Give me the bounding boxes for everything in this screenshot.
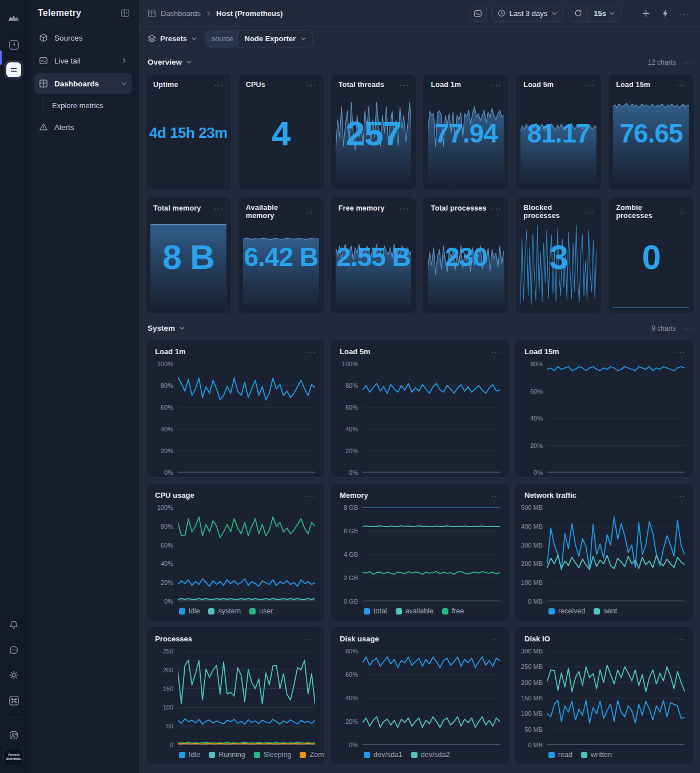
card-menu-button[interactable]: ··· [584, 208, 594, 216]
legend-swatch [581, 752, 587, 758]
collapse-sidebar-icon[interactable] [121, 9, 130, 18]
sidebar-title: Telemetry [38, 8, 81, 18]
add-chart-button[interactable] [638, 6, 653, 21]
y-tick-label: 50 [166, 723, 173, 730]
y-tick-label: 40% [345, 426, 358, 433]
app-logo[interactable] [4, 10, 23, 29]
overview-section: Overview 12 charts ··· Uptime···4d 15h 2… [145, 58, 694, 314]
chart-menu-button[interactable]: ··· [675, 635, 686, 643]
chart-plot [363, 651, 500, 745]
legend-swatch [209, 752, 215, 758]
sidebar-item-sources[interactable]: Sources [34, 27, 132, 48]
invite-user-icon[interactable] [4, 726, 23, 745]
sidebar-item-label: Live tail [54, 57, 115, 65]
y-tick-label: 80% [161, 382, 173, 389]
card-menu-button[interactable]: ··· [307, 208, 317, 216]
promo-badge[interactable]: Prevent downtime. [3, 748, 24, 766]
dashboard-grid-icon [39, 79, 49, 88]
legend-label: received [558, 607, 585, 615]
chart-menu-button[interactable]: ··· [491, 347, 501, 356]
sidebar-item-live-tail[interactable]: Live tail [34, 50, 132, 71]
card-menu-button[interactable]: ··· [399, 80, 409, 89]
y-tick-label: 2 GB [344, 574, 358, 581]
overview-section-toggle[interactable]: Overview [148, 58, 192, 66]
flash-query-icon[interactable] [4, 35, 23, 54]
y-tick-label: 0% [164, 469, 173, 476]
chart-menu-button[interactable]: ··· [306, 347, 316, 356]
breadcrumb-dashboards-link[interactable]: Dashboards [161, 9, 201, 18]
chevron-down-icon [179, 325, 185, 331]
card-menu-button[interactable]: ··· [491, 80, 502, 89]
card-menu-button[interactable]: ··· [677, 80, 687, 89]
breadcrumb-current-page: Host (Prometheus) [216, 9, 283, 18]
chart-menu-button[interactable]: ··· [675, 347, 686, 356]
theme-sun-icon[interactable] [4, 665, 23, 685]
y-tick-label: 400 MB [521, 523, 543, 530]
card-value: 0 [608, 237, 694, 277]
card-value: 6.42 B [238, 241, 324, 272]
refresh-interval-button[interactable]: 15s [588, 5, 621, 21]
chart-title: Processes [155, 635, 192, 643]
legend-label: user [259, 607, 273, 615]
query-console-button[interactable] [470, 5, 487, 22]
legend-label: available [405, 607, 433, 615]
card-value: 257 [331, 114, 416, 153]
system-section: System 9 charts ··· Load 1m···100%80%60%… [145, 324, 694, 765]
chart-menu-button[interactable]: ··· [491, 491, 501, 500]
chart-count-label: 12 charts [648, 58, 676, 66]
legend-swatch [594, 608, 600, 615]
card-menu-button[interactable]: ··· [214, 204, 224, 212]
y-tick-label: 50 MB [524, 726, 543, 733]
chart-menu-button[interactable]: ··· [491, 635, 501, 643]
presets-button[interactable]: Presets [148, 34, 197, 43]
cube-icon [39, 33, 49, 42]
card-title: Load 1m [431, 81, 461, 89]
sidebar-item-alerts[interactable]: Alerts [34, 117, 132, 137]
chart-menu-button[interactable]: ··· [306, 635, 316, 643]
chart-card: Processes···250200150100500IdleRunningSl… [145, 627, 325, 765]
divider [630, 7, 630, 19]
sidebar-item-explore-metrics[interactable]: Explore metrics [47, 96, 132, 114]
legend-label: dev/sda2 [421, 751, 450, 759]
sidebar-item-dashboards[interactable]: Dashboards [34, 73, 132, 94]
card-menu-button[interactable]: ··· [584, 80, 594, 89]
source-select[interactable]: source Node Exporter [205, 30, 313, 47]
legend-label: Zombie [309, 751, 325, 759]
time-range-button[interactable]: Last 3 days [491, 5, 564, 22]
card-menu-button[interactable]: ··· [491, 204, 502, 212]
y-tick-label: 60% [161, 404, 173, 411]
y-tick-label: 300 MB [521, 648, 543, 655]
legend-swatch [442, 608, 448, 615]
y-tick-label: 250 MB [521, 663, 543, 670]
card-menu-button[interactable]: ··· [307, 80, 317, 89]
topbar-more-button[interactable]: ··· [677, 6, 692, 21]
section-more-button[interactable]: ··· [682, 324, 692, 332]
sidebar-item-label: Dashboards [54, 80, 115, 88]
y-axis: 100%80%60%40%20%0% [150, 508, 178, 601]
sidebar-item-label: Sources [54, 34, 128, 42]
legend-item: dev/sda2 [411, 751, 450, 759]
rail-item-telemetry[interactable] [4, 60, 23, 80]
system-section-toggle[interactable]: System [148, 324, 185, 332]
chart-title: Disk usage [340, 635, 379, 643]
chart-menu-button[interactable]: ··· [306, 491, 316, 500]
quick-actions-bolt-button[interactable] [658, 6, 673, 21]
overview-card: Total processes···230 [423, 197, 509, 314]
shortcuts-icon[interactable] [4, 691, 23, 710]
card-menu-button[interactable]: ··· [677, 208, 687, 216]
chart-menu-button[interactable]: ··· [675, 491, 686, 500]
notifications-bell-icon[interactable] [4, 615, 23, 635]
feedback-chat-icon[interactable] [4, 640, 23, 660]
refresh-now-button[interactable] [569, 5, 587, 21]
chart-plot [363, 508, 500, 601]
overview-card: Total memory···8 B [145, 197, 232, 314]
y-tick-label: 20% [345, 718, 358, 725]
section-more-button[interactable]: ··· [682, 58, 692, 66]
legend-swatch [300, 752, 306, 758]
card-menu-button[interactable]: ··· [399, 204, 409, 212]
legend-swatch [249, 608, 256, 615]
card-menu-button[interactable]: ··· [214, 80, 224, 89]
legend-swatch [364, 752, 370, 758]
card-value: 76.65 [608, 118, 694, 149]
y-axis: 100%80%60%40%20%0% [150, 364, 178, 473]
